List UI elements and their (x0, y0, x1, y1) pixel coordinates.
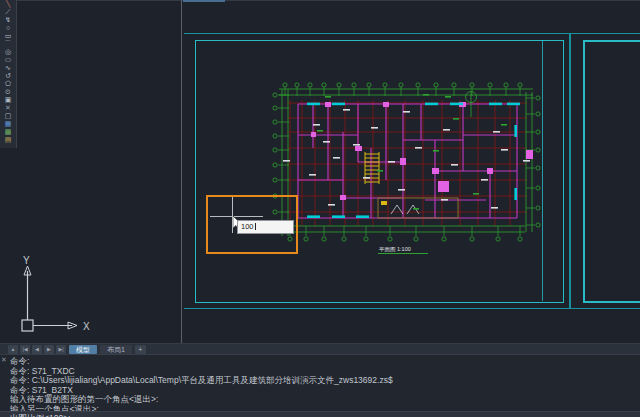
command-panel[interactable]: ✕ 命令:命令: S71_TXDC命令: C:\Users\lijialiang… (0, 354, 640, 417)
tab-model[interactable]: 模型 (69, 345, 97, 354)
xline-icon[interactable]: ⟋ (0, 8, 16, 16)
command-input-text: 出图比例<100>: (10, 413, 70, 417)
plan-title: 平面图 1:100 (379, 246, 411, 253)
donut-icon[interactable]: ◎ (0, 48, 16, 56)
circle-icon[interactable]: ○ (0, 24, 16, 32)
window-top-edge (0, 0, 640, 1)
canvas-divider-line (181, 0, 182, 343)
revcloud-icon[interactable]: ↺ (0, 72, 16, 80)
command-line: 命令: (10, 357, 635, 367)
hatch-icon[interactable]: ▦ (0, 120, 16, 128)
ellipse-icon[interactable]: ⬭ (0, 56, 16, 64)
next-tab-icon[interactable]: ▶ (44, 345, 54, 354)
line-icon[interactable]: ╲ (0, 0, 16, 8)
command-line: 命令: S71_TXDC (10, 367, 635, 377)
ucs-y-label: Y (23, 255, 30, 266)
gradient-icon[interactable]: ▩ (0, 128, 16, 136)
close-icon[interactable]: ✕ (1, 356, 7, 364)
sheet2-inner-frame-bottom (583, 301, 640, 303)
sheet2-inner-frame-left (583, 40, 585, 303)
sheet-outer-frame-bottom (184, 308, 640, 309)
add-layout-button[interactable]: + (135, 345, 146, 354)
top-accent-strip (183, 0, 225, 2)
prev-tab-icon[interactable]: ◀ (32, 345, 42, 354)
first-tab-icon[interactable]: |◀ (20, 345, 30, 354)
block-icon[interactable]: ▣ (0, 96, 16, 104)
arc-icon[interactable]: ⌒ (0, 40, 16, 48)
command-line: 命令: C:\Users\lijialiang\AppData\Local\Te… (10, 376, 635, 386)
dynamic-input-field[interactable]: 100 (237, 220, 294, 234)
wipeout-icon[interactable]: ▢ (0, 112, 16, 120)
floor-plan-drawing: 平面图 1:100 (195, 40, 564, 303)
tab-layout1[interactable]: 布局1 (100, 345, 132, 354)
scroll-up-icon[interactable]: ▲ (8, 345, 18, 354)
cad-application-window: ╲⟋↯○▭⌒◎⬭∿↺⬠⊙▣✕▢▦▩▤ 平面图 1:100 100 (0, 0, 640, 417)
polyline-icon[interactable]: ↯ (0, 16, 16, 24)
sheet2-inner-frame-top (583, 40, 640, 42)
point-icon[interactable]: ⊙ (0, 88, 16, 96)
polygon-icon[interactable]: ⬠ (0, 80, 16, 88)
ucs-x-label: X (83, 321, 90, 332)
command-line: 输入待布置的图形的第一个角点<退出>: (10, 395, 635, 405)
draw-toolbar: ╲⟋↯○▭⌒◎⬭∿↺⬠⊙▣✕▢▦▩▤ (0, 0, 17, 148)
spline-icon[interactable]: ∿ (0, 64, 16, 72)
drawing-canvas[interactable]: ╲⟋↯○▭⌒◎⬭∿↺⬠⊙▣✕▢▦▩▤ 平面图 1:100 100 (0, 0, 640, 343)
last-tab-icon[interactable]: ▶| (56, 345, 66, 354)
ucs-icon: Y X (14, 252, 114, 340)
text-caret (255, 223, 256, 230)
erase-icon[interactable]: ✕ (0, 104, 16, 112)
table-icon[interactable]: ▤ (0, 136, 16, 144)
sheet-outer-frame-top (184, 33, 640, 34)
dynamic-input-value: 100 (241, 222, 254, 231)
sheet-outer-frame-divider (569, 33, 571, 309)
command-line: 命令: S71_B2TX (10, 386, 635, 396)
rectangle-icon[interactable]: ▭ (0, 32, 16, 40)
command-input-row[interactable]: 出图比例<100>: (0, 411, 640, 417)
